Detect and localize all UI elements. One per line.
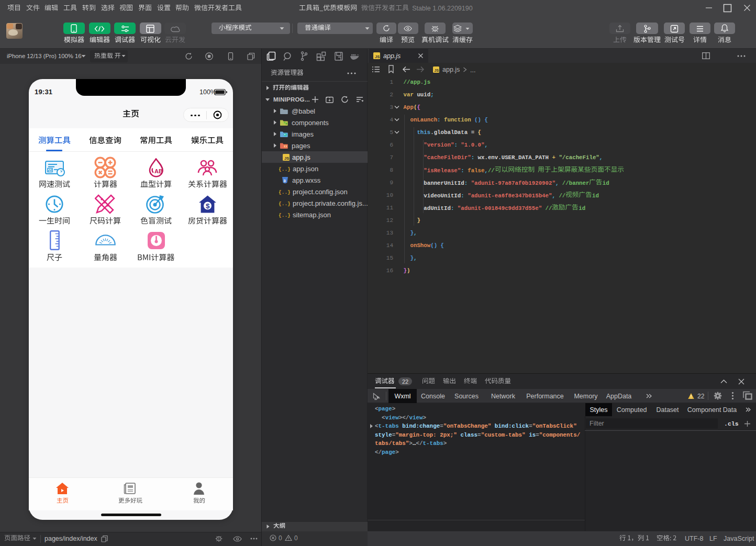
svg-text:JS: JS bbox=[375, 54, 380, 59]
svg-text:{..}: {..} bbox=[279, 201, 290, 207]
svg-text:{..}: {..} bbox=[279, 213, 290, 218]
svg-text:3: 3 bbox=[283, 179, 286, 183]
svg-text:AB: AB bbox=[154, 168, 163, 174]
svg-text:JS: JS bbox=[435, 69, 439, 72]
svg-text:{..}: {..} bbox=[279, 190, 290, 195]
svg-text:$: $ bbox=[206, 202, 210, 210]
svg-text:JS: JS bbox=[284, 156, 289, 161]
svg-text:{..}: {..} bbox=[279, 166, 290, 172]
